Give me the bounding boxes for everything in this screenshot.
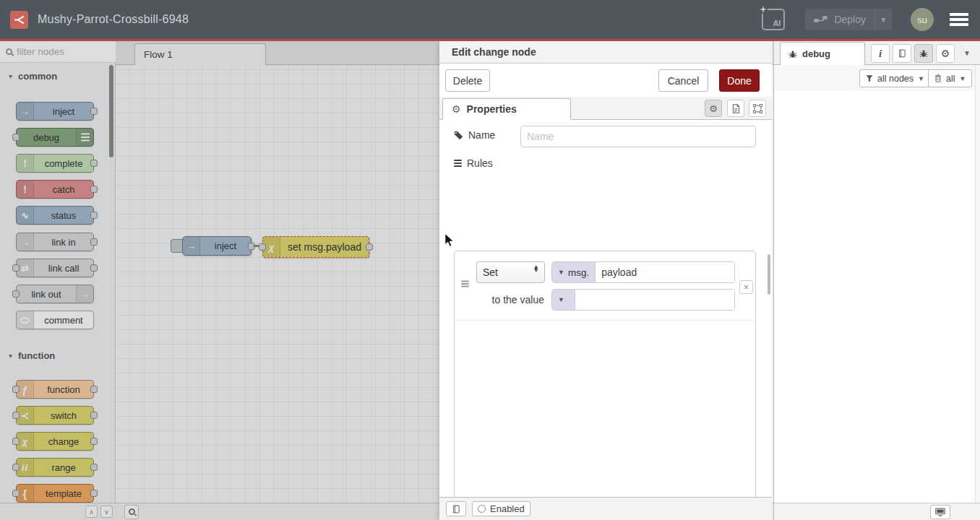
- header: Mushy-Parrot-Crossbill-6948 AI Deploy ▼ …: [0, 0, 980, 41]
- book-icon: [898, 49, 906, 58]
- cancel-label: Cancel: [668, 75, 700, 87]
- sidebar-menu-caret[interactable]: ▼: [963, 49, 971, 57]
- tag-icon: [454, 131, 463, 140]
- rules-label-text: Rules: [467, 157, 493, 169]
- bug-icon: [919, 49, 928, 58]
- help-sidebar-button[interactable]: [893, 44, 911, 63]
- property-type-label: msg.: [568, 267, 589, 278]
- done-button[interactable]: Done: [719, 69, 760, 92]
- list-icon: [454, 160, 462, 161]
- value-type-button[interactable]: ▼: [552, 290, 575, 310]
- user-avatar[interactable]: su: [911, 8, 934, 31]
- dialog-tab-bar: ⚙ Properties ⚙: [439, 97, 772, 120]
- edit-description-button[interactable]: [727, 100, 744, 117]
- ai-assistant-button[interactable]: AI: [762, 9, 785, 30]
- debug-clear-button[interactable]: all ▼: [928, 69, 972, 87]
- status-circle-icon: [478, 505, 486, 513]
- caret-down-icon: ▼: [558, 296, 564, 303]
- rule-action-value: Set: [483, 266, 498, 278]
- sidebar-scrollbar-track[interactable]: [975, 65, 980, 503]
- bug-icon: [788, 50, 797, 58]
- debug-tab-label: debug: [802, 48, 830, 59]
- enabled-label: Enabled: [490, 503, 525, 514]
- dialog-scrollbar[interactable]: [768, 254, 770, 295]
- trash-icon: [934, 74, 942, 82]
- drag-handle-icon[interactable]: [461, 281, 469, 282]
- monitor-icon: [935, 508, 945, 516]
- sidebar-footer: [774, 503, 980, 520]
- delete-label: Delete: [453, 75, 482, 87]
- debug-sidebar-button[interactable]: [914, 44, 933, 63]
- rule-value-typed-input: ▼: [551, 289, 735, 311]
- enabled-toggle-button[interactable]: Enabled: [472, 501, 530, 516]
- right-sidebar: debug i ⚙ ▼ all nodes ▼: [773, 41, 980, 520]
- main-menu-button[interactable]: [950, 13, 968, 26]
- rule-item: Set ▲▼ ▼ msg. × to the value: [455, 251, 755, 321]
- editor-shade-overlay: [0, 41, 439, 520]
- value-input[interactable]: [575, 290, 734, 310]
- tab-properties[interactable]: ⚙ Properties: [442, 98, 571, 120]
- header-actions: AI Deploy ▼ su: [762, 0, 980, 39]
- edit-change-node-dialog: Edit change node Delete Cancel Done ⚙ Pr…: [439, 41, 772, 520]
- dialog-form: Name Rules Set ▲▼ ▼ msg.: [439, 120, 772, 497]
- property-type-button[interactable]: ▼ msg.: [552, 262, 596, 282]
- gear-icon: ⚙: [452, 103, 461, 115]
- cancel-button[interactable]: Cancel: [658, 69, 708, 92]
- properties-tab-label: Properties: [467, 103, 517, 115]
- select-stepper-icon: ▲▼: [533, 265, 539, 272]
- ai-label: AI: [773, 19, 781, 27]
- delete-rule-button[interactable]: ×: [739, 280, 753, 294]
- rule-property-typed-input: ▼ msg.: [551, 261, 735, 283]
- node-red-editor: Mushy-Parrot-Crossbill-6948 AI Deploy ▼ …: [0, 0, 980, 520]
- done-label: Done: [727, 75, 751, 87]
- caret-down-icon: ▼: [960, 75, 966, 82]
- filter-label: all nodes: [877, 74, 914, 84]
- property-input[interactable]: [596, 262, 734, 282]
- book-icon: [452, 505, 460, 514]
- node-help-button[interactable]: [446, 501, 466, 516]
- node-appearance-button[interactable]: [749, 100, 766, 117]
- appearance-frame-icon: [753, 104, 762, 113]
- delete-button[interactable]: Delete: [445, 69, 490, 92]
- deploy-button[interactable]: Deploy: [805, 9, 874, 30]
- caret-down-icon: ▼: [558, 269, 564, 276]
- rules-list: Set ▲▼ ▼ msg. × to the value: [454, 251, 756, 520]
- edit-properties-button[interactable]: ⚙: [705, 100, 722, 117]
- dialog-title: Edit change node: [439, 41, 772, 64]
- dialog-footer: Enabled: [439, 497, 772, 520]
- deploy-button-group: Deploy ▼: [805, 9, 892, 30]
- caret-down-icon: ▼: [918, 75, 924, 82]
- deploy-label: Deploy: [834, 14, 866, 25]
- dialog-button-row: Delete Cancel Done: [439, 64, 772, 97]
- rules-section-label: Rules: [454, 157, 493, 169]
- flow-title: Mushy-Parrot-Crossbill-6948: [38, 13, 189, 26]
- document-icon: [731, 104, 741, 113]
- debug-messages-panel: [774, 91, 980, 503]
- gear-icon: ⚙: [709, 103, 718, 114]
- name-input[interactable]: [520, 126, 756, 147]
- deploy-options-button[interactable]: ▼: [874, 9, 892, 30]
- gear-icon: ⚙: [941, 48, 950, 59]
- sparkle-icon: [759, 5, 768, 14]
- clear-label: all: [946, 74, 955, 84]
- to-value-label-text: to the value: [492, 294, 544, 306]
- funnel-icon: [866, 74, 873, 82]
- to-value-label: to the value: [472, 294, 544, 306]
- sidebar-tab-bar: debug i ⚙ ▼: [774, 41, 980, 65]
- deploy-nodes-icon: [814, 15, 828, 24]
- name-field-label: Name: [454, 129, 495, 141]
- info-icon: i: [879, 48, 882, 60]
- avatar-initials: su: [917, 14, 927, 25]
- rule-action-select[interactable]: Set ▲▼: [476, 261, 545, 283]
- info-sidebar-button[interactable]: i: [871, 44, 890, 63]
- config-nodes-sidebar-button[interactable]: ⚙: [936, 44, 955, 63]
- debug-toolbar: all nodes ▼ all ▼: [774, 65, 980, 91]
- debug-filter-button[interactable]: all nodes ▼: [859, 69, 931, 87]
- node-red-logo-icon: [10, 11, 28, 29]
- name-label-text: Name: [468, 129, 495, 141]
- mouse-cursor: [444, 233, 455, 250]
- tab-debug[interactable]: debug: [780, 42, 865, 65]
- event-log-button[interactable]: [930, 505, 950, 519]
